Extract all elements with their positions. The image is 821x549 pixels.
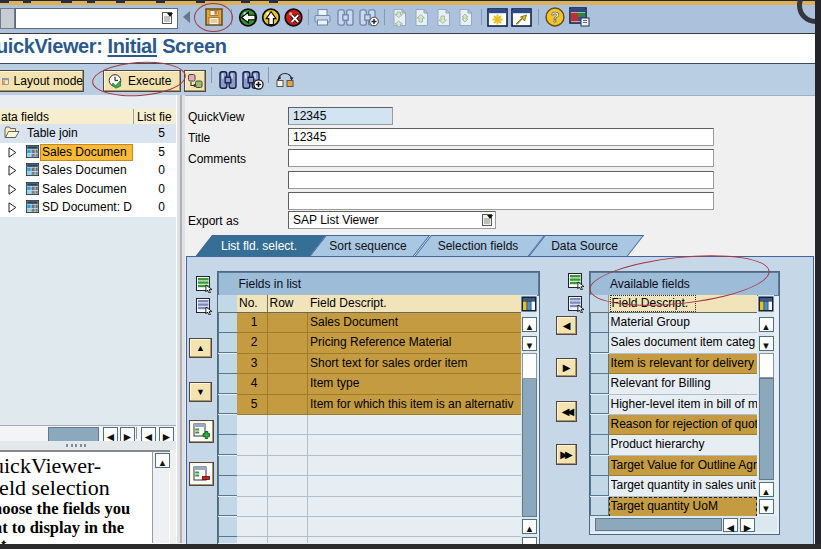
svg-text:?: ? [551,9,560,25]
